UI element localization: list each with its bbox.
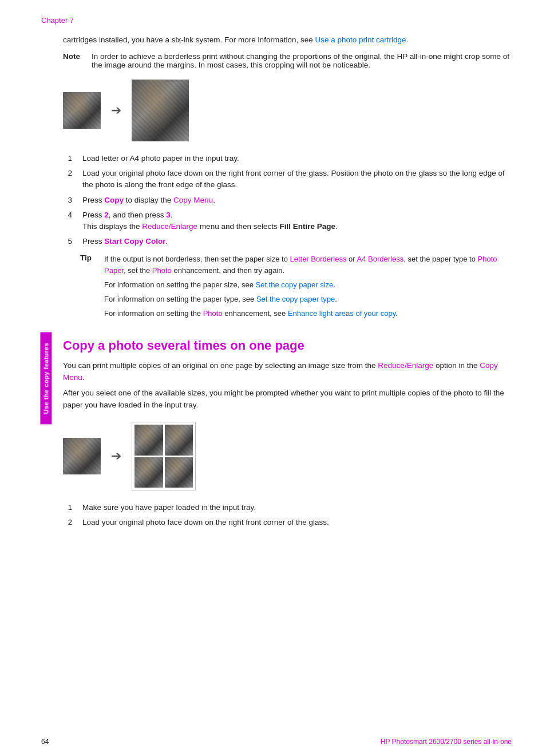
arrow-icon: ➔: [111, 103, 121, 118]
footer-page-number: 64: [41, 738, 49, 746]
step-3-num: 3: [63, 195, 72, 206]
step-5: 5 Press Start Copy Color.: [63, 236, 512, 247]
side-tab: Use the copy features: [40, 332, 52, 424]
fill-entire-page: Fill Entire Page: [279, 222, 335, 231]
photo-enhancement-link: Photo: [152, 266, 172, 275]
press-3-bold: 3: [166, 211, 171, 219]
step-5-num: 5: [63, 236, 72, 247]
image-row-1: ➔: [63, 80, 512, 141]
tip-block: Tip If the output is not borderless, the…: [80, 254, 512, 323]
note-label: Note: [63, 52, 85, 69]
set-copy-paper-type-link[interactable]: Set the copy paper type: [256, 295, 335, 303]
step-1: 1 Load letter or A4 photo paper in the i…: [63, 153, 512, 164]
tiger-grid-item-4: [165, 457, 193, 488]
tiger-image-small: [63, 92, 101, 129]
intro-text1-end: .: [406, 35, 409, 44]
step-1-text: Load letter or A4 photo paper in the inp…: [82, 153, 512, 164]
tip-label: Tip: [80, 254, 97, 323]
step2-1: 1 Make sure you have paper loaded in the…: [63, 502, 512, 513]
section2-para1: You can print multiple copies of an orig…: [63, 360, 512, 384]
step2-1-text: Make sure you have paper loaded in the i…: [82, 502, 512, 513]
step-2: 2 Load your original photo face down on …: [63, 168, 512, 191]
tiger-grid-item-3: [134, 457, 163, 488]
tip-line3: For information on setting the paper typ…: [104, 294, 512, 305]
intro-text1: cartridges installed, you have a six-ink…: [63, 35, 315, 44]
step-3-text: Press Copy to display the Copy Menu.: [82, 195, 512, 206]
step-2-num: 2: [63, 168, 72, 191]
letter-borderless-link: Letter Borderless: [290, 255, 346, 263]
tip-line1: If the output is not borderless, then se…: [104, 254, 512, 276]
reduce-enlarge-ref: Reduce/Enlarge: [378, 361, 433, 370]
reduce-enlarge-link: Reduce/Enlarge: [142, 222, 197, 231]
step2-2-text: Load your original photo face down on th…: [82, 517, 512, 528]
a4-borderless-link: A4 Borderless: [357, 255, 404, 263]
start-copy-color-bold: Start Copy Color: [104, 237, 165, 246]
tiger-grid: [134, 425, 193, 488]
step-3: 3 Press Copy to display the Copy Menu.: [63, 195, 512, 206]
tiger-grid-item-2: [165, 425, 193, 456]
steps-list-2: 1 Make sure you have paper loaded in the…: [63, 502, 512, 529]
footer-title: HP Photosmart 2600/2700 series all-in-on…: [381, 738, 512, 746]
note-block: Note In order to achieve a borderless pr…: [63, 52, 512, 69]
chapter-label: Chapter 7: [41, 16, 74, 25]
intro-paragraph: cartridges installed, you have a six-ink…: [63, 34, 512, 46]
step-4: 4 Press 2, and then press 3. This displa…: [63, 209, 512, 233]
tiger-image-large: [132, 80, 189, 141]
arrow-icon-2: ➔: [111, 449, 121, 464]
step-5-text: Press Start Copy Color.: [82, 236, 512, 247]
tip-content: If the output is not borderless, then se…: [104, 254, 512, 323]
tip-line4: For information on setting the Photo enh…: [104, 308, 512, 319]
step2-1-num: 1: [63, 502, 72, 513]
main-content: cartridges installed, you have a six-ink…: [63, 0, 512, 529]
photo-enhancement-ref: Photo: [203, 309, 223, 318]
tiger-grid-container: [132, 422, 196, 490]
press-2-bold: 2: [104, 211, 109, 219]
step-1-num: 1: [63, 153, 72, 164]
note-text: In order to achieve a borderless print w…: [92, 52, 512, 69]
set-copy-paper-size-link[interactable]: Set the copy paper size: [255, 280, 333, 289]
intro-link1[interactable]: Use a photo print cartridge: [315, 35, 406, 44]
steps-list-1: 1 Load letter or A4 photo paper in the i…: [63, 153, 512, 248]
copy-bold: Copy: [104, 196, 124, 204]
step-4-num: 4: [63, 209, 72, 233]
section2-para2: After you select one of the available si…: [63, 387, 512, 411]
footer: 64 HP Photosmart 2600/2700 series all-in…: [41, 738, 512, 746]
tiger2-image-small: [63, 438, 101, 474]
copy-menu-link: Copy Menu: [173, 196, 213, 204]
step2-2-num: 2: [63, 517, 72, 528]
tip-line2: For information on setting the paper siz…: [104, 279, 512, 291]
section2-heading: Copy a photo several times on one page: [63, 338, 512, 353]
step2-2: 2 Load your original photo face down on …: [63, 517, 512, 528]
step-4-text: Press 2, and then press 3. This displays…: [82, 209, 512, 233]
tiger-grid-item-1: [134, 425, 163, 456]
step-2-text: Load your original photo face down on th…: [82, 168, 512, 191]
image-row-2: ➔: [63, 422, 512, 490]
enhance-light-areas-link[interactable]: Enhance light areas of your copy: [288, 309, 395, 318]
